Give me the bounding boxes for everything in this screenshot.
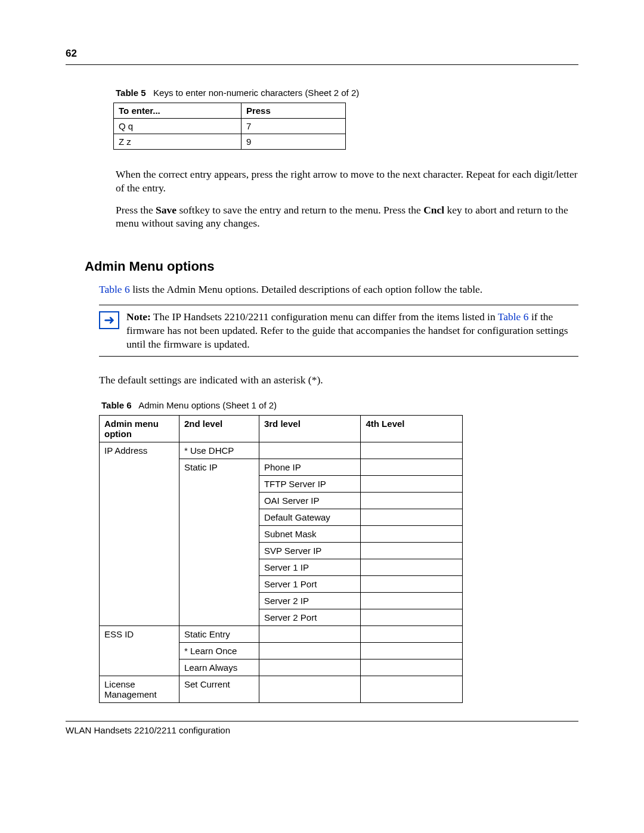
- footer-rule: [66, 721, 578, 721]
- cell: TFTP Server IP: [259, 475, 361, 492]
- cell: [361, 525, 463, 542]
- table6-link[interactable]: Table 6: [498, 311, 529, 323]
- table6-caption-label: Table 6: [101, 400, 132, 410]
- cell: [361, 475, 463, 492]
- paragraph: When the correct entry appears, press th…: [116, 168, 578, 195]
- top-rule: [66, 64, 578, 65]
- cncl-key-label: Cncl: [423, 204, 444, 216]
- table5-h2: Press: [241, 103, 345, 119]
- section-heading: Admin Menu options: [85, 259, 578, 274]
- cell: [259, 642, 361, 659]
- table5-caption: Table 5 Keys to enter non-numeric charac…: [116, 88, 578, 98]
- text: Press the: [116, 204, 156, 216]
- table5: To enter... Press Q q 7 Z z 9: [113, 103, 346, 150]
- h4: 4th Level: [361, 415, 463, 442]
- paragraph: Press the Save softkey to save the entry…: [116, 203, 578, 231]
- note-arrow-icon: ➜: [99, 311, 119, 329]
- table-header: To enter... Press: [114, 103, 346, 119]
- cell: [361, 509, 463, 525]
- cell: [361, 659, 463, 676]
- table5-caption-text: Keys to enter non-numeric characters (Sh…: [153, 88, 359, 98]
- cell: [259, 625, 361, 642]
- cell: * Learn Once: [179, 642, 259, 659]
- cell: [361, 559, 463, 575]
- table-header: Admin menu option 2nd level 3rd level 4t…: [100, 415, 463, 442]
- arrow-icon: ➜: [104, 314, 114, 327]
- cell: Static IP: [179, 459, 259, 625]
- cell: [361, 592, 463, 609]
- cell: ESS ID: [100, 625, 179, 676]
- cell: [361, 625, 463, 642]
- cell: [259, 676, 361, 702]
- paragraph: The default settings are indicated with …: [99, 373, 578, 387]
- cell: Server 1 Port: [259, 575, 361, 592]
- cell: Q q: [114, 119, 242, 134]
- table6-caption-text: Admin Menu options (Sheet 1 of 2): [138, 400, 277, 410]
- cell: 7: [241, 119, 345, 134]
- table5-h1: To enter...: [114, 103, 242, 119]
- cell: [259, 659, 361, 676]
- cell: Z z: [114, 134, 242, 150]
- cell: Subnet Mask: [259, 525, 361, 542]
- cell: [361, 642, 463, 659]
- cell: OAI Server IP: [259, 492, 361, 509]
- cell: [259, 442, 361, 459]
- cell: [361, 492, 463, 509]
- table-row: ESS ID Static Entry: [100, 625, 463, 642]
- cell: Server 2 Port: [259, 609, 361, 625]
- cell: [361, 609, 463, 625]
- note-block: ➜ Note: The IP Handsets 2210/2211 config…: [99, 305, 578, 357]
- cell: [361, 676, 463, 702]
- table6: Admin menu option 2nd level 3rd level 4t…: [99, 415, 463, 703]
- table-row: License Management Set Current: [100, 676, 463, 702]
- cell: Static Entry: [179, 625, 259, 642]
- cell: Default Gateway: [259, 509, 361, 525]
- cell: License Management: [100, 676, 179, 702]
- save-key-label: Save: [156, 204, 177, 216]
- table5-caption-label: Table 5: [116, 88, 146, 98]
- cell: Server 2 IP: [259, 592, 361, 609]
- note-label: Note:: [126, 311, 151, 323]
- paragraph: Table 6 lists the Admin Menu options. De…: [99, 283, 578, 296]
- cell: Set Current: [179, 676, 259, 702]
- cell: * Use DHCP: [179, 442, 259, 459]
- table6-link[interactable]: Table 6: [99, 283, 130, 295]
- h1: Admin menu option: [100, 415, 179, 442]
- page-number: 62: [66, 48, 578, 60]
- table-row: IP Address * Use DHCP: [100, 442, 463, 459]
- table-row: Z z 9: [114, 134, 346, 150]
- table6-caption: Table 6 Admin Menu options (Sheet 1 of 2…: [101, 400, 578, 410]
- h2: 2nd level: [179, 415, 259, 442]
- cell: [361, 542, 463, 559]
- text: softkey to save the entry and return to …: [177, 204, 423, 216]
- text: lists the Admin Menu options. Detailed d…: [130, 283, 483, 295]
- cell: [361, 459, 463, 475]
- h3: 3rd level: [259, 415, 361, 442]
- note-text: Note: The IP Handsets 2210/2211 configur…: [126, 310, 578, 351]
- text: The IP Handsets 2210/2211 configuration …: [151, 311, 498, 323]
- footer-text: WLAN Handsets 2210/2211 configuration: [66, 725, 578, 735]
- cell: Learn Always: [179, 659, 259, 676]
- table-row: Q q 7: [114, 119, 346, 134]
- cell: Phone IP: [259, 459, 361, 475]
- cell: IP Address: [100, 442, 179, 625]
- cell: [361, 575, 463, 592]
- cell: SVP Server IP: [259, 542, 361, 559]
- cell: Server 1 IP: [259, 559, 361, 575]
- cell: 9: [241, 134, 345, 150]
- cell: [361, 442, 463, 459]
